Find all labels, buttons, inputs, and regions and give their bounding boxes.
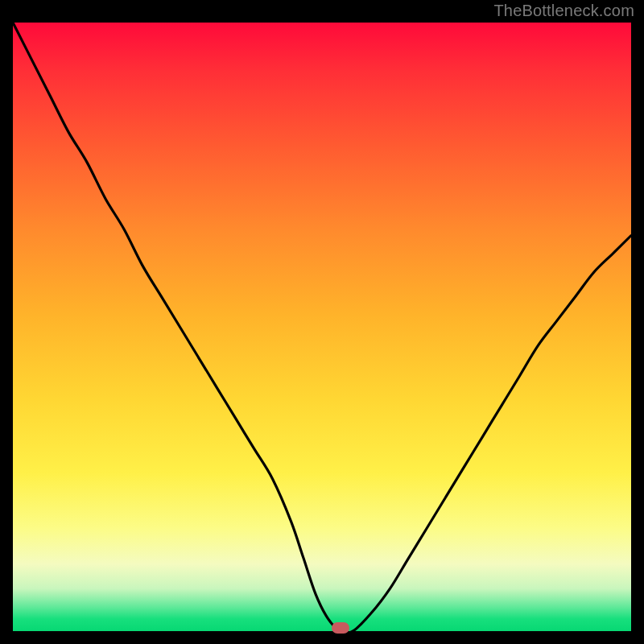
chart-frame: TheBottleneck.com [0,0,644,644]
curve-path [13,23,631,631]
plot-area [13,23,631,631]
watermark-text: TheBottleneck.com [493,2,634,20]
minimum-marker [332,622,349,634]
bottleneck-curve [13,23,631,631]
